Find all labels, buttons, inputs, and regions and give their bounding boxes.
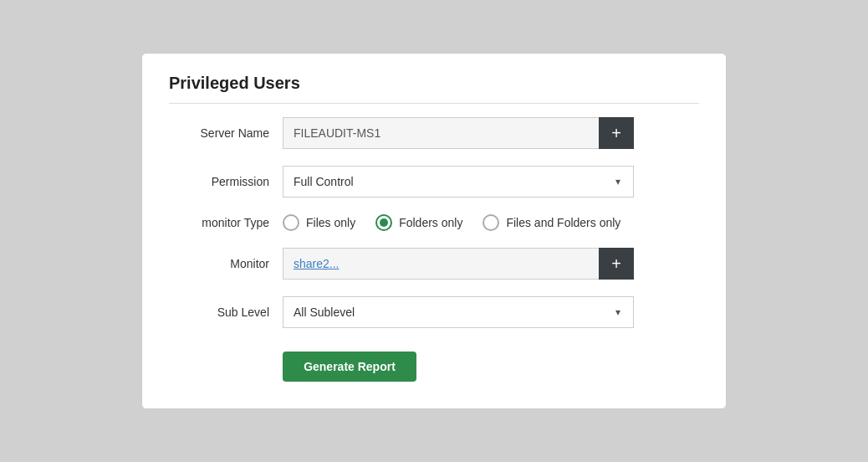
- plus-icon-monitor: +: [611, 254, 621, 274]
- permission-row: Permission Full Control Read Write Modif…: [169, 166, 699, 198]
- monitor-type-label: monitor Type: [169, 216, 269, 229]
- server-name-add-button[interactable]: +: [599, 117, 634, 149]
- monitor-row: Monitor +: [169, 248, 699, 280]
- page-title: Privileged Users: [169, 74, 699, 104]
- server-name-input-group: +: [283, 117, 634, 149]
- radio-circle-files-and-folders: [483, 214, 499, 231]
- radio-label-files-only: Files only: [306, 216, 355, 229]
- server-name-row: Server Name +: [169, 117, 699, 149]
- radio-label-folders-only: Folders only: [399, 216, 462, 229]
- monitor-input[interactable]: [283, 248, 599, 280]
- sublevel-row: Sub Level All Sublevel Level 1 Level 2 L…: [169, 296, 699, 328]
- permission-select[interactable]: Full Control Read Write Modify: [283, 166, 634, 198]
- radio-label-files-and-folders: Files and Folders only: [506, 216, 620, 229]
- generate-row: Generate Report: [169, 345, 699, 382]
- sublevel-label: Sub Level: [169, 305, 269, 319]
- radio-circle-files-only: [283, 214, 299, 231]
- radio-folders-only[interactable]: Folders only: [375, 214, 462, 231]
- radio-files-only[interactable]: Files only: [283, 214, 355, 231]
- plus-icon: +: [611, 124, 621, 143]
- monitor-label: Monitor: [169, 257, 269, 270]
- permission-label: Permission: [169, 175, 269, 188]
- server-name-input[interactable]: [283, 117, 599, 149]
- form-body: Server Name + Permission Full Control Re…: [169, 117, 699, 382]
- server-name-label: Server Name: [169, 126, 269, 140]
- radio-circle-folders-only: [375, 214, 392, 231]
- monitor-type-radio-group: Files only Folders only Files and Folder…: [283, 214, 620, 231]
- main-card: Privileged Users Server Name + Permissio…: [141, 53, 727, 409]
- sublevel-select-group: All Sublevel Level 1 Level 2 Level 3 ▾: [283, 296, 634, 328]
- radio-files-and-folders[interactable]: Files and Folders only: [483, 214, 620, 231]
- sublevel-select[interactable]: All Sublevel Level 1 Level 2 Level 3: [283, 296, 634, 328]
- monitor-add-button[interactable]: +: [599, 248, 634, 280]
- generate-report-button[interactable]: Generate Report: [283, 352, 416, 382]
- permission-select-group: Full Control Read Write Modify ▾: [283, 166, 634, 198]
- monitor-type-row: monitor Type Files only Folders only Fil…: [169, 214, 699, 231]
- monitor-input-group: +: [283, 248, 634, 280]
